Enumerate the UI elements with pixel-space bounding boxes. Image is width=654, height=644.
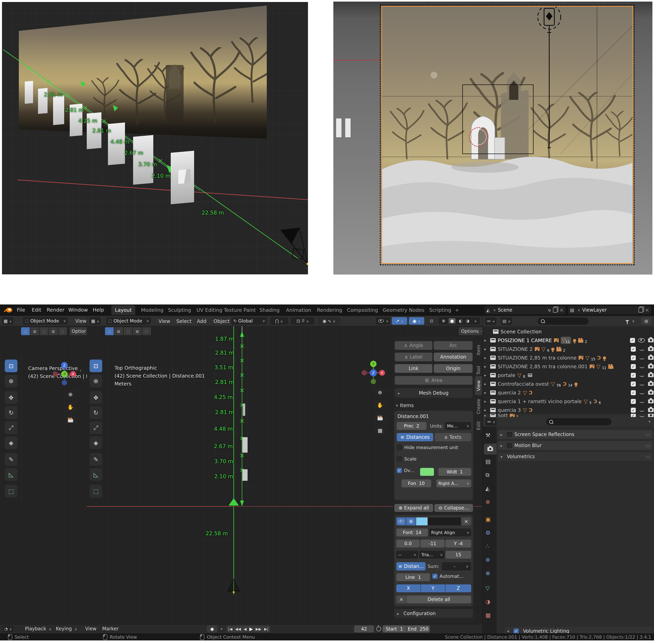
tool-select-box[interactable]: ⊡ xyxy=(5,360,18,372)
viewport-top-ortho[interactable]: ⬚ ▧ ⬚ ▧ ⬚ Options ⊡ ⊕ ✥ ↻ ⤢ ◈ ✎ ◺ ⬚ Top … xyxy=(87,326,482,624)
gizmo-y-axis[interactable]: -Y xyxy=(61,371,68,377)
annotation-button[interactable]: Annotation xyxy=(434,352,472,361)
tab-uv-editing[interactable]: UV Editing xyxy=(196,307,222,313)
eye-closed-icon[interactable] xyxy=(639,356,645,359)
display-mode-dropdown[interactable]: ≔ xyxy=(485,317,496,325)
checkbox[interactable] xyxy=(631,373,636,378)
checkbox[interactable] xyxy=(631,414,636,417)
font-size-field[interactable]: Fon10 xyxy=(401,479,431,487)
distances-toggle[interactable]: ≡Distances xyxy=(397,433,433,441)
select-lasso-button[interactable]: ▧ xyxy=(49,327,57,335)
menu-view[interactable]: View xyxy=(75,318,87,324)
checkbox[interactable] xyxy=(631,347,636,352)
viewport-3d-perspective[interactable]: 2.81 m 2.81 m 4.25 m 2.81 m 4.48 m 2.67 … xyxy=(2,2,308,274)
sidebar-collapse-arrow[interactable]: ‹ xyxy=(79,367,81,373)
checkbox[interactable] xyxy=(631,390,636,395)
mode-dropdown[interactable]: ⬚ Object Mode xyxy=(106,317,151,325)
outliner-row-root[interactable]: Scene Collection xyxy=(484,327,654,336)
align-dropdown[interactable]: Right A... xyxy=(436,479,471,487)
filter-type-dropdown[interactable]: ▤ xyxy=(501,317,512,325)
camera-view-icon[interactable] xyxy=(375,413,385,423)
menu-add[interactable]: Add xyxy=(197,318,206,324)
visibility-button[interactable] xyxy=(396,518,406,525)
copy-icon[interactable] xyxy=(638,307,643,313)
expand-icon[interactable] xyxy=(484,338,488,343)
origin-button[interactable]: Origin xyxy=(434,364,472,373)
falloff-dropdown[interactable]: ◉ ∿ xyxy=(318,317,341,325)
offset-y-field[interactable]: -11 xyxy=(420,539,445,548)
tab-compositing[interactable]: Compositing xyxy=(347,307,378,313)
select-circle-button[interactable]: ⬚ xyxy=(40,327,48,335)
gizmo-z-axis[interactable]: Z xyxy=(370,369,377,376)
gizmo-x-axis[interactable]: X xyxy=(70,371,76,377)
mode-dropdown[interactable]: ⬚ Object Mode xyxy=(23,317,68,325)
grid-toggle-icon[interactable]: ▦ xyxy=(375,425,385,436)
render-visibility-icon[interactable] xyxy=(648,365,654,368)
eye-closed-icon[interactable] xyxy=(639,382,645,386)
tab-modeling[interactable]: Modeling xyxy=(141,307,164,313)
menu-edit[interactable]: Edit xyxy=(32,307,41,313)
delete-all-button[interactable]: Delete all xyxy=(406,596,471,603)
color-swatch-green[interactable] xyxy=(420,468,434,476)
override-checkbox[interactable]: Ov... xyxy=(397,468,414,473)
tab-shading[interactable]: Shading xyxy=(259,307,280,313)
drag-grip-icon[interactable] xyxy=(646,432,650,437)
menu-file[interactable]: File xyxy=(17,307,25,313)
tab-object[interactable]: ▣ xyxy=(486,516,491,523)
gizmo-z-axis[interactable]: Z xyxy=(61,362,68,369)
precision-field[interactable]: Prec2 xyxy=(397,422,426,430)
jump-to-end-button[interactable]: ▶| xyxy=(264,627,268,631)
render-visibility-icon[interactable] xyxy=(648,347,654,351)
gizmo-x-axis[interactable]: X xyxy=(379,370,385,376)
shading-rendered-icon[interactable]: ◑ xyxy=(466,319,469,323)
checkbox[interactable] xyxy=(631,355,636,360)
play-button[interactable]: ▶ xyxy=(249,626,253,631)
render-visibility-icon[interactable] xyxy=(648,414,654,417)
menu-keying[interactable]: Keying xyxy=(56,626,77,631)
gizmo-y-neg[interactable] xyxy=(371,379,376,384)
color-field[interactable] xyxy=(428,518,461,525)
tab-texture[interactable]: ▦ xyxy=(486,612,491,618)
shading-solid-icon[interactable]: ● xyxy=(449,318,456,324)
select-box-button[interactable]: ▧ xyxy=(30,327,39,335)
render-visibility-icon[interactable] xyxy=(648,391,654,395)
tool-add-cube[interactable]: ⬚ xyxy=(5,485,18,498)
snap-toggle[interactable]: ⋂ xyxy=(270,317,288,325)
timeline-editor-button[interactable]: ◔ xyxy=(3,625,14,632)
blender-logo[interactable] xyxy=(4,306,13,313)
outliner-row[interactable]: SITUAZIONE 2,85 m tra colonne ▽15 Ɔ xyxy=(484,353,654,362)
render-visibility-icon[interactable] xyxy=(648,382,654,386)
select-pick-button[interactable]: ⬚ xyxy=(58,327,67,335)
eye-closed-icon[interactable] xyxy=(639,365,645,368)
tab-modifiers[interactable]: ⚙ xyxy=(486,529,490,536)
end-frame-field[interactable]: End250 xyxy=(406,625,430,632)
outliner-row[interactable]: Sott 2 xyxy=(484,414,654,417)
chevron-down-icon[interactable] xyxy=(219,627,223,631)
current-frame-field[interactable]: 42 xyxy=(354,625,374,632)
tab-render[interactable] xyxy=(484,443,496,455)
panel-motion-blur[interactable]: Motion Blur xyxy=(498,441,653,450)
expand-icon[interactable] xyxy=(398,390,402,396)
tab-view-layer[interactable]: ⧉ xyxy=(486,472,489,478)
tab-material[interactable]: ◑ xyxy=(486,598,490,605)
eye-icon[interactable] xyxy=(638,338,645,343)
viewport-camera-view[interactable] xyxy=(333,2,652,275)
pan-hand-icon[interactable]: ✋ xyxy=(65,402,76,412)
tab-object-data[interactable]: ▽ xyxy=(486,585,490,592)
chevron-down-icon[interactable] xyxy=(473,319,477,323)
tab-tool[interactable]: ⚒ xyxy=(486,432,490,439)
eye-closed-icon[interactable] xyxy=(639,391,645,394)
expand-icon[interactable] xyxy=(500,432,505,437)
close-icon[interactable]: × xyxy=(559,307,564,313)
prev-keyframe-button[interactable]: ◀◀ xyxy=(235,627,241,631)
axis-x-button[interactable]: X xyxy=(396,584,420,592)
outliner-row[interactable]: POSIZIONE 1 CAMERE ▽11 2 xyxy=(484,336,654,344)
outliner-row[interactable]: portale ▽8 xyxy=(484,371,654,380)
gizmo-y-axis[interactable]: Y xyxy=(370,361,376,367)
tab-add-workspace[interactable]: + xyxy=(455,307,459,313)
overlays-toggle[interactable]: ◉ xyxy=(409,317,424,325)
tool-measure[interactable]: ◺ xyxy=(5,468,18,481)
editor-type-button[interactable]: ▦ xyxy=(2,317,13,325)
play-reverse-button[interactable]: ◀ xyxy=(243,627,247,631)
checkbox-checked[interactable] xyxy=(514,628,519,634)
